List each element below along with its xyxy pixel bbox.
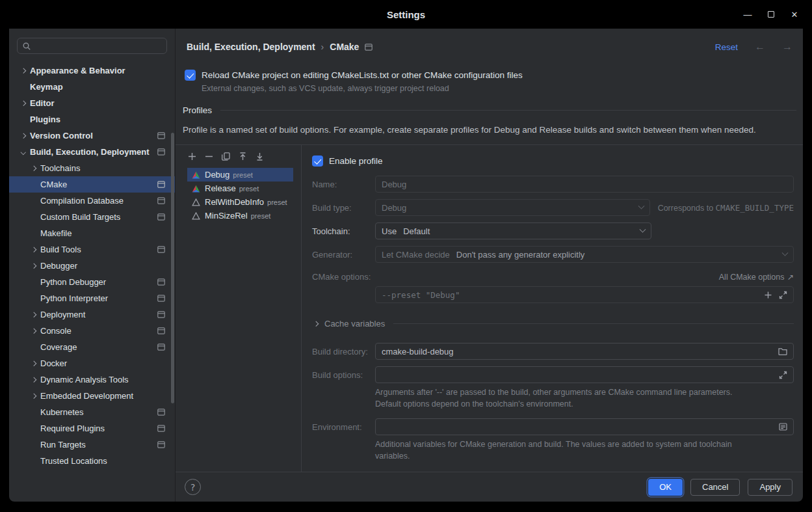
sidebar-item-makefile[interactable]: Makefile <box>9 225 175 241</box>
toolchain-label: Toolchain: <box>312 226 375 236</box>
profiles-list: Debug preset Release preset RelWithDebIn… <box>176 166 301 222</box>
sidebar-item-deployment[interactable]: Deployment <box>9 306 175 323</box>
window-controls: — ✕ <box>743 0 799 29</box>
back-icon[interactable]: ← <box>755 41 765 53</box>
move-up-button[interactable] <box>238 152 248 161</box>
sidebar-item-label: Keymap <box>30 82 63 92</box>
chevron-right-icon[interactable] <box>27 241 40 258</box>
cmake-options-value: --preset "Debug" <box>382 290 460 300</box>
reload-cmake-row: Reload CMake project on editing CMakeLis… <box>185 70 792 81</box>
reload-cmake-checkbox[interactable] <box>185 70 196 81</box>
breadcrumb-part: CMake <box>330 42 359 52</box>
name-field[interactable]: Debug <box>375 176 794 193</box>
profile-item-release[interactable]: Release preset <box>187 182 293 195</box>
sidebar-item-cmake[interactable]: CMake <box>9 176 175 193</box>
chevron-right-icon[interactable] <box>17 95 30 111</box>
maximize-icon[interactable] <box>768 11 774 18</box>
sidebar-item-editor[interactable]: Editor <box>9 95 175 111</box>
titlebar[interactable]: Settings — ✕ <box>0 0 812 29</box>
profiles-toolbar <box>176 145 301 166</box>
profile-item-relwithdebinfo[interactable]: RelWithDebInfo preset <box>187 195 293 209</box>
sidebar-scrollbar[interactable] <box>171 133 174 403</box>
sidebar-item-debugger[interactable]: Debugger <box>9 258 175 274</box>
chevron-right-icon[interactable] <box>27 371 40 388</box>
generator-label: Generator: <box>312 250 375 260</box>
generator-select[interactable]: Let CMake decide Don't pass any generato… <box>375 246 794 263</box>
sidebar-item-version-control[interactable]: Version Control <box>9 128 175 144</box>
settings-search[interactable] <box>17 38 167 54</box>
folder-icon[interactable] <box>778 347 787 355</box>
chevron-right-icon[interactable] <box>27 355 40 371</box>
sidebar-item-toolchains[interactable]: Toolchains <box>9 160 175 176</box>
sidebar-item-embedded-development[interactable]: Embedded Development <box>9 388 175 404</box>
copy-profile-button[interactable] <box>221 152 231 161</box>
sidebar-item-trusted-locations[interactable]: Trusted Locations <box>9 453 175 469</box>
breadcrumb-part[interactable]: Build, Execution, Deployment <box>187 42 315 52</box>
sidebar-item-plugins[interactable]: Plugins <box>9 111 175 128</box>
apply-button[interactable]: Apply <box>748 479 792 496</box>
reset-link[interactable]: Reset <box>715 42 738 52</box>
sidebar-item-python-debugger[interactable]: Python Debugger <box>9 274 175 290</box>
environment-variables-icon[interactable] <box>779 423 787 431</box>
project-settings-icon <box>157 278 165 286</box>
profile-item-debug[interactable]: Debug preset <box>187 168 293 182</box>
close-icon[interactable]: ✕ <box>790 10 799 19</box>
expand-field-icon[interactable] <box>779 371 787 379</box>
sidebar-item-build-execution-deployment[interactable]: Build, Execution, Deployment <box>9 144 175 160</box>
chevron-right-icon[interactable] <box>17 128 30 144</box>
chevron-down-icon[interactable] <box>17 144 30 160</box>
sidebar-item-build-tools[interactable]: Build Tools <box>9 241 175 258</box>
section-divider <box>220 110 796 111</box>
cmake-build-type-code: CMAKE_BUILD_TYPE <box>716 203 794 213</box>
sidebar-item-compilation-database[interactable]: Compilation Database <box>9 193 175 209</box>
all-cmake-options-link[interactable]: All CMake options ↗ <box>719 272 794 282</box>
project-settings-icon <box>365 44 373 51</box>
chevron-right-icon[interactable] <box>27 258 40 274</box>
sidebar-item-coverage[interactable]: Coverage <box>9 339 175 355</box>
sidebar-item-label: Required Plugins <box>40 424 105 433</box>
sidebar-item-label: Console <box>40 326 72 336</box>
build-options-field[interactable] <box>375 366 794 383</box>
ok-button[interactable]: OK <box>648 479 683 496</box>
add-option-icon[interactable] <box>764 291 772 299</box>
toolchain-select[interactable]: Use Default <box>375 222 651 239</box>
chevron-down-icon <box>782 249 789 256</box>
generator-hint: Don't pass any generator explicitly <box>456 250 585 260</box>
indent-spacer <box>27 420 40 437</box>
sidebar-item-appearance-behavior[interactable]: Appearance & Behavior <box>9 62 175 79</box>
help-button[interactable]: ? <box>185 479 201 495</box>
settings-search-input[interactable] <box>35 40 162 51</box>
cmake-options-field[interactable]: --preset "Debug" <box>375 286 794 303</box>
add-profile-button[interactable] <box>187 152 197 161</box>
build-type-select[interactable]: Debug <box>375 199 650 216</box>
enable-profile-checkbox[interactable] <box>312 155 323 167</box>
chevron-right-icon[interactable] <box>27 323 40 339</box>
cancel-button[interactable]: Cancel <box>690 479 740 496</box>
expand-field-icon[interactable] <box>779 291 787 299</box>
chevron-right-icon[interactable] <box>27 388 40 404</box>
environment-field[interactable] <box>375 418 794 435</box>
chevron-right-icon[interactable] <box>27 306 40 323</box>
chevron-right-icon[interactable] <box>27 160 40 176</box>
sidebar-item-required-plugins[interactable]: Required Plugins <box>9 420 175 437</box>
minimize-icon[interactable]: — <box>743 10 752 19</box>
indent-spacer <box>27 274 40 290</box>
sidebar-item-console[interactable]: Console <box>9 323 175 339</box>
profile-item-minsizerel[interactable]: MinSizeRel preset <box>187 209 293 222</box>
cmake-profile-icon <box>192 184 201 193</box>
sidebar-item-custom-build-targets[interactable]: Custom Build Targets <box>9 209 175 225</box>
move-down-button[interactable] <box>255 152 265 161</box>
cache-variables-toggle[interactable]: Cache variables <box>312 316 794 332</box>
sidebar-item-run-targets[interactable]: Run Targets <box>9 437 175 453</box>
sidebar-item-python-interpreter[interactable]: Python Interpreter <box>9 290 175 306</box>
remove-profile-button[interactable] <box>204 152 214 161</box>
chevron-right-icon[interactable] <box>17 62 30 79</box>
sidebar-item-docker[interactable]: Docker <box>9 355 175 371</box>
sidebar-item-dynamic-analysis-tools[interactable]: Dynamic Analysis Tools <box>9 371 175 388</box>
enable-profile-label: Enable profile <box>329 156 383 166</box>
sidebar-item-kubernetes[interactable]: Kubernetes <box>9 404 175 420</box>
project-settings-icon <box>157 295 165 302</box>
sidebar-item-keymap[interactable]: Keymap <box>9 79 175 95</box>
build-directory-field[interactable]: cmake-build-debug <box>375 343 794 360</box>
forward-icon[interactable]: → <box>782 41 792 53</box>
